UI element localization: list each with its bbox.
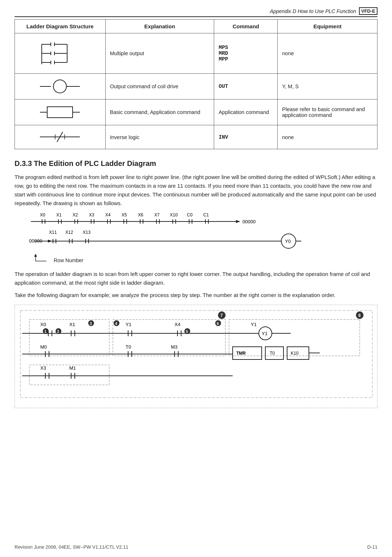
diagram-application [15, 99, 106, 125]
equipment-application: Please refer to basic command and applic… [278, 99, 377, 125]
svg-text:X3: X3 [89, 212, 94, 217]
svg-text:X5: X5 [122, 212, 127, 217]
svg-text:4: 4 [115, 321, 118, 326]
svg-text:C1: C1 [203, 212, 209, 217]
svg-text:X3: X3 [40, 365, 46, 371]
command-inverse: INV [214, 125, 278, 149]
multiple-output-svg [38, 37, 82, 70]
svg-text:X1: X1 [56, 212, 62, 217]
svg-marker-79 [34, 254, 37, 257]
svg-text:Y0: Y0 [285, 239, 291, 244]
svg-text:X4: X4 [175, 322, 180, 327]
ladder-svg-1: X0 X1 X2 X3 X4 X5 X6 X7 X10 C0 C1 00000 [29, 211, 338, 251]
page-header: Appendix D How to Use PLC Function VFD-E [15, 7, 377, 17]
col-header-command: Command [214, 20, 278, 33]
equipment-multiple-output: none [278, 33, 377, 74]
ladder-table: Ladder Diagram Structure Explanation Com… [15, 19, 377, 149]
row-number-label: Row Number [54, 257, 83, 263]
table-row: Multiple output MPS MRD MPP none [15, 33, 377, 74]
footer-left: Revision June 2008, 04EE, SW--PW V1.11/C… [15, 544, 128, 550]
svg-text:X7: X7 [154, 212, 160, 217]
svg-text:TMR: TMR [236, 351, 246, 356]
command-multiple-output: MPS MRD MPP [214, 33, 278, 74]
ladder-illustration-1: X0 X1 X2 X3 X4 X5 X6 X7 X10 C0 C1 00000 [29, 211, 377, 265]
svg-text:X4: X4 [105, 212, 111, 217]
svg-text:X1: X1 [69, 322, 75, 327]
svg-point-15 [53, 80, 66, 93]
command-coil: OUT [214, 74, 278, 99]
equipment-coil: Y, M, S [278, 74, 377, 99]
lower-diagram: 7 8 X0 X1 Y1 X4 Y1 1 2 3 4 5 6 [15, 305, 377, 408]
explanation-coil: Output command of coil drive [105, 74, 214, 99]
svg-text:3: 3 [90, 321, 92, 326]
svg-marker-37 [236, 220, 240, 223]
diagram-inverse [15, 125, 106, 149]
svg-text:X0: X0 [40, 212, 45, 217]
explanation-application: Basic command, Application command [105, 99, 214, 125]
svg-text:X0: X0 [40, 322, 46, 327]
svg-text:Y1: Y1 [262, 331, 268, 336]
row-number-area: Row Number [32, 254, 377, 265]
svg-text:X2: X2 [73, 212, 78, 217]
page-footer: Revision June 2008, 04EE, SW--PW V1.11/C… [15, 544, 377, 550]
diagram-coil [15, 74, 106, 99]
svg-text:X10: X10 [170, 212, 178, 217]
col-header-equipment: Equipment [278, 20, 377, 33]
svg-text:C0: C0 [187, 212, 193, 217]
table-row: Output command of coil drive OUT Y, M, S [15, 74, 377, 99]
application-svg [38, 103, 82, 121]
inverse-svg [38, 129, 82, 145]
svg-text:X12: X12 [65, 230, 73, 235]
svg-text:X13: X13 [83, 230, 91, 235]
svg-text:M3: M3 [171, 344, 177, 350]
svg-text:M1: M1 [69, 365, 76, 371]
command-application: Application command [214, 99, 278, 125]
svg-text:X11: X11 [49, 230, 57, 235]
coil-svg [38, 77, 82, 95]
svg-rect-18 [47, 107, 73, 118]
col-header-explanation: Explanation [105, 20, 214, 33]
svg-text:M0: M0 [40, 344, 47, 350]
section-heading: D.3.3 The Edition of PLC Ladder Diagram [15, 159, 377, 168]
svg-text:Y1: Y1 [126, 322, 131, 327]
col-header-diagram: Ladder Diagram Structure [15, 20, 106, 33]
body-paragraph-2: The operation of ladder diagram is to sc… [15, 270, 377, 287]
row-number-arrow [32, 254, 54, 265]
explanation-inverse: Inverse logic [105, 125, 214, 149]
explanation-multiple-output: Multiple output [105, 33, 214, 74]
svg-text:X6: X6 [138, 212, 143, 217]
header-title: Appendix D How to Use PLC Function [270, 8, 356, 14]
svg-text:Y1: Y1 [251, 322, 257, 327]
footer-right: D-11 [367, 544, 377, 550]
table-row: Inverse logic INV none [15, 125, 377, 149]
svg-text:K10: K10 [291, 351, 299, 356]
diagram-multiple-output [15, 33, 106, 74]
svg-text:6: 6 [217, 321, 219, 326]
body-paragraph-1: The program edited method is from left p… [15, 173, 377, 208]
svg-text:T0: T0 [126, 344, 131, 350]
equipment-inverse: none [278, 125, 377, 149]
svg-text:7: 7 [220, 313, 223, 318]
table-row: Basic command, Application command Appli… [15, 99, 377, 125]
brand-logo: VFD-E [359, 7, 377, 15]
svg-text:8: 8 [358, 313, 361, 318]
svg-text:00000: 00000 [242, 219, 256, 224]
lower-diagram-svg: 7 8 X0 X1 Y1 X4 Y1 1 2 3 4 5 6 [19, 309, 374, 403]
body-paragraph-3: Take the following diagram for example; … [15, 291, 377, 300]
svg-text:T0: T0 [270, 351, 275, 356]
svg-rect-86 [229, 320, 360, 356]
